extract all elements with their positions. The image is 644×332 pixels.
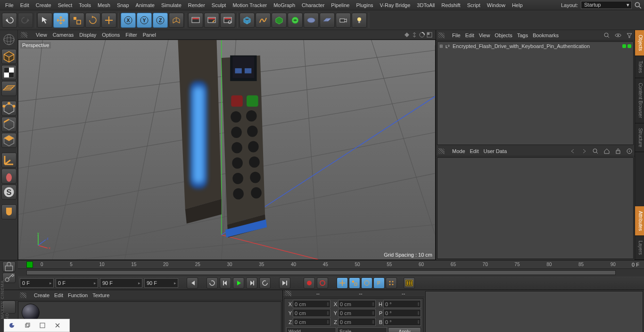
objects-menu-bookmarks[interactable]: Bookmarks xyxy=(533,32,559,38)
tab-objects[interactable]: Objects xyxy=(635,30,644,56)
menu-vray-bridge[interactable]: V-Ray Bridge xyxy=(377,2,414,8)
menu-3dtoall[interactable]: 3DToAll xyxy=(413,2,438,8)
axis-button[interactable] xyxy=(1,153,17,168)
key-pla-button[interactable] xyxy=(386,277,397,289)
attr-menu-mode[interactable]: Mode xyxy=(452,148,465,154)
add-generator-button[interactable] xyxy=(272,13,287,28)
menu-plugins[interactable]: Plugins xyxy=(353,2,376,8)
frame-max-field[interactable]: 90 F xyxy=(100,278,142,288)
menu-select[interactable]: Select xyxy=(55,2,76,8)
attributes-lower-panel[interactable] xyxy=(425,291,643,332)
tree-row[interactable]: ⊞ L⁰ Encrypted_Flash_Drive_with_Keyboard… xyxy=(438,43,632,49)
viewport-menu-options[interactable]: Options xyxy=(102,32,120,38)
render-view-button[interactable] xyxy=(188,13,203,28)
workplane-mode-button[interactable] xyxy=(1,81,17,96)
add-cube-button[interactable] xyxy=(239,13,255,28)
apply-button[interactable]: Apply xyxy=(388,327,421,332)
points-mode-button[interactable] xyxy=(1,101,17,116)
live-select-button[interactable] xyxy=(37,13,52,28)
close-icon[interactable] xyxy=(54,322,61,329)
menu-edit[interactable]: Edit xyxy=(17,2,33,8)
menu-animate[interactable]: Animate xyxy=(132,2,158,8)
coordinate-system-button[interactable] xyxy=(169,13,184,28)
frame-start-field[interactable]: 0 F xyxy=(20,278,54,288)
panel-grip-icon[interactable] xyxy=(20,292,26,298)
attr-menu-edit[interactable]: Edit xyxy=(470,148,479,154)
record-button[interactable] xyxy=(304,277,315,289)
tab-takes[interactable]: Takes xyxy=(635,56,644,78)
mat-menu-texture[interactable]: Texture xyxy=(92,292,109,298)
undo-button[interactable] xyxy=(2,13,17,28)
menu-create[interactable]: Create xyxy=(33,2,55,8)
menu-motion-tracker[interactable]: Motion Tracker xyxy=(229,2,270,8)
open-timeline-button[interactable] xyxy=(404,277,415,289)
attr-menu-userdata[interactable]: User Data xyxy=(484,148,507,154)
expand-icon[interactable]: ⊞ xyxy=(439,44,443,49)
goto-start-button[interactable] xyxy=(187,277,198,289)
move-button[interactable] xyxy=(53,13,68,28)
eye-icon[interactable] xyxy=(615,32,621,39)
menu-render[interactable]: Render xyxy=(185,2,208,8)
texture-mode-button[interactable] xyxy=(1,65,17,80)
3d-viewport[interactable]: Perspective Grid Spacing : 10 cm x y z xyxy=(18,40,436,260)
mat-menu-create[interactable]: Create xyxy=(34,292,50,298)
redo-button[interactable] xyxy=(18,13,33,28)
forward-icon[interactable] xyxy=(581,148,587,154)
add-deformer-button[interactable] xyxy=(288,13,303,28)
loop-button[interactable] xyxy=(206,277,218,289)
next-frame-button[interactable] xyxy=(246,277,257,289)
menu-window[interactable]: Window xyxy=(484,2,509,8)
coord-mode-select[interactable]: World xyxy=(286,327,336,332)
viewport-maximize-icon[interactable] xyxy=(426,32,433,38)
menu-redshift[interactable]: Redshift xyxy=(438,2,463,8)
frame-min-field[interactable]: 0 F xyxy=(56,278,98,288)
pos-z-field[interactable]: 0 cm xyxy=(293,318,330,326)
add-environment-button[interactable] xyxy=(304,13,319,28)
home-icon[interactable] xyxy=(603,148,610,154)
navigate-button[interactable] xyxy=(1,31,17,48)
filter-icon[interactable] xyxy=(626,32,633,39)
render-settings-button[interactable] xyxy=(220,13,235,28)
scale-button[interactable] xyxy=(69,13,84,28)
viewport-menu-panel[interactable]: Panel xyxy=(143,32,156,38)
timeline-ruler[interactable]: 051015202530354045505560657075808590 0 F xyxy=(18,260,644,269)
viewport-nav1-icon[interactable] xyxy=(404,32,410,38)
mat-menu-edit[interactable]: Edit xyxy=(54,292,63,298)
timeline-lock-button[interactable] xyxy=(2,261,16,272)
panel-grip-icon[interactable] xyxy=(438,32,445,38)
size-z-field[interactable]: 0 cm xyxy=(338,318,376,326)
loop-forward-button[interactable] xyxy=(259,277,271,289)
goto-end-button[interactable] xyxy=(279,277,290,289)
back-icon[interactable] xyxy=(570,148,576,154)
objects-menu-view[interactable]: View xyxy=(479,32,490,38)
menu-tools[interactable]: Tools xyxy=(75,2,94,8)
coord-scale-select[interactable]: Scale xyxy=(337,327,387,332)
viewport-nav3-icon[interactable] xyxy=(419,32,425,38)
add-spline-button[interactable] xyxy=(256,13,271,28)
panel-grip-icon[interactable] xyxy=(21,32,27,38)
search-icon[interactable] xyxy=(603,32,610,39)
pos-x-field[interactable]: 0 cm xyxy=(293,300,330,308)
object-tree[interactable]: ⊞ L⁰ Encrypted_Flash_Drive_with_Keyboard… xyxy=(437,41,634,145)
menu-sculpt[interactable]: Sculpt xyxy=(208,2,230,8)
rotate-button[interactable] xyxy=(85,13,100,28)
visibility-editor-dot[interactable] xyxy=(622,44,626,48)
magnet-button[interactable] xyxy=(1,204,17,219)
panel-grip-icon[interactable] xyxy=(285,291,291,296)
search-icon[interactable] xyxy=(592,148,599,154)
add-floor-button[interactable] xyxy=(320,13,335,28)
add-camera-button[interactable] xyxy=(336,13,351,28)
objects-menu-edit[interactable]: Edit xyxy=(465,32,474,38)
viewport-menu-filter[interactable]: Filter xyxy=(125,32,137,38)
search-icon[interactable] xyxy=(634,1,642,9)
attributes-panel[interactable] xyxy=(437,157,634,259)
y-axis-button[interactable]: Y xyxy=(137,13,152,28)
maximize-icon[interactable] xyxy=(39,322,46,329)
menu-pipeline[interactable]: Pipeline xyxy=(328,2,353,8)
menu-simulate[interactable]: Simulate xyxy=(158,2,185,8)
layout-select[interactable]: Startup xyxy=(581,1,632,9)
timeline-range-slider[interactable] xyxy=(18,269,644,276)
polygons-mode-button[interactable] xyxy=(1,133,17,148)
menu-help[interactable]: Help xyxy=(509,2,526,8)
play-button[interactable] xyxy=(233,277,244,289)
